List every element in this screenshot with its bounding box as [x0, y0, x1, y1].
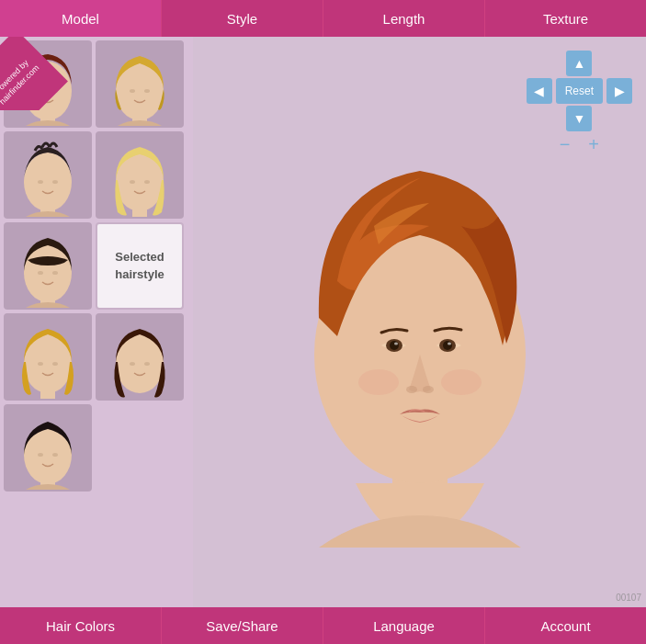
- svg-point-8: [24, 153, 72, 211]
- hairstyle-thumb-4[interactable]: [96, 131, 184, 219]
- nav-right-button[interactable]: ▶: [606, 78, 632, 104]
- svg-point-6: [144, 89, 150, 93]
- main-face-preview: [264, 97, 576, 548]
- hairstyle-thumb-6[interactable]: [4, 313, 92, 401]
- svg-point-9: [38, 180, 43, 184]
- sidebar: Powered byhairfinder.com: [0, 37, 193, 607]
- svg-point-21: [38, 362, 43, 366]
- svg-point-14: [144, 180, 150, 184]
- svg-point-13: [130, 180, 135, 184]
- svg-rect-23: [40, 391, 55, 399]
- hairstyle-thumb-3[interactable]: [4, 131, 92, 219]
- selected-hairstyle-label: Selectedhairstyle: [115, 249, 164, 282]
- svg-point-10: [52, 180, 58, 184]
- svg-rect-15: [132, 209, 147, 217]
- bottom-navigation: Hair Colors Save/Share Language Account: [0, 607, 646, 644]
- zoom-out-button[interactable]: −: [560, 135, 571, 153]
- tab-style[interactable]: Style: [161, 0, 323, 37]
- main-layout: Powered byhairfinder.com: [0, 37, 646, 607]
- navigation-controls: ▲ ◀ Reset ▶ ▼ − +: [527, 51, 632, 153]
- svg-point-40: [423, 386, 434, 393]
- top-navigation: Model Style Length Texture: [0, 0, 646, 37]
- tab-model[interactable]: Model: [0, 0, 161, 37]
- svg-point-29: [52, 453, 58, 457]
- tab-texture[interactable]: Texture: [484, 0, 646, 37]
- nav-left-button[interactable]: ◀: [527, 78, 552, 104]
- svg-point-42: [441, 369, 482, 395]
- svg-point-39: [406, 386, 417, 393]
- svg-point-38: [448, 342, 451, 345]
- svg-point-18: [52, 271, 58, 275]
- hairstyle-thumb-selected-label[interactable]: Selectedhairstyle: [96, 222, 184, 310]
- svg-point-34: [390, 341, 399, 350]
- powered-by-text: Powered byhairfinder.com: [0, 55, 42, 107]
- svg-point-28: [38, 453, 43, 457]
- hairstyle-thumb-5[interactable]: [4, 222, 92, 310]
- watermark: 00107: [616, 593, 641, 603]
- sidebar-row-4: [4, 313, 189, 401]
- nav-middle-row: ◀ Reset ▶: [527, 78, 632, 104]
- nav-up-button[interactable]: ▲: [566, 51, 592, 76]
- tab-language[interactable]: Language: [323, 607, 484, 644]
- zoom-in-button[interactable]: +: [588, 135, 599, 153]
- nav-down-row: ▼: [566, 106, 592, 131]
- svg-point-22: [52, 362, 58, 366]
- tab-length[interactable]: Length: [323, 0, 484, 37]
- svg-point-35: [394, 342, 398, 345]
- tab-save-share[interactable]: Save/Share: [161, 607, 323, 644]
- nav-down-button[interactable]: ▼: [566, 106, 592, 131]
- svg-point-5: [130, 89, 135, 93]
- svg-point-26: [144, 362, 150, 366]
- svg-point-25: [130, 362, 135, 366]
- sidebar-row-2: [4, 131, 189, 219]
- tab-hair-colors[interactable]: Hair Colors: [0, 607, 161, 644]
- preview-area: ▲ ◀ Reset ▶ ▼ − +: [193, 37, 646, 607]
- hairstyle-thumb-7[interactable]: [96, 313, 184, 401]
- hairstyle-thumb-2[interactable]: [96, 40, 184, 128]
- zoom-row: − +: [560, 135, 599, 153]
- sidebar-row-5: [4, 404, 189, 491]
- tab-account[interactable]: Account: [484, 607, 646, 644]
- svg-point-37: [443, 341, 452, 350]
- sidebar-row-3: Selectedhairstyle: [4, 222, 189, 310]
- reset-button[interactable]: Reset: [556, 78, 603, 104]
- hairstyle-thumb-8[interactable]: [4, 404, 92, 491]
- svg-point-17: [38, 271, 43, 275]
- powered-by-badge: Powered byhairfinder.com: [0, 37, 74, 110]
- svg-point-41: [358, 369, 399, 395]
- nav-up-row: ▲: [566, 51, 592, 76]
